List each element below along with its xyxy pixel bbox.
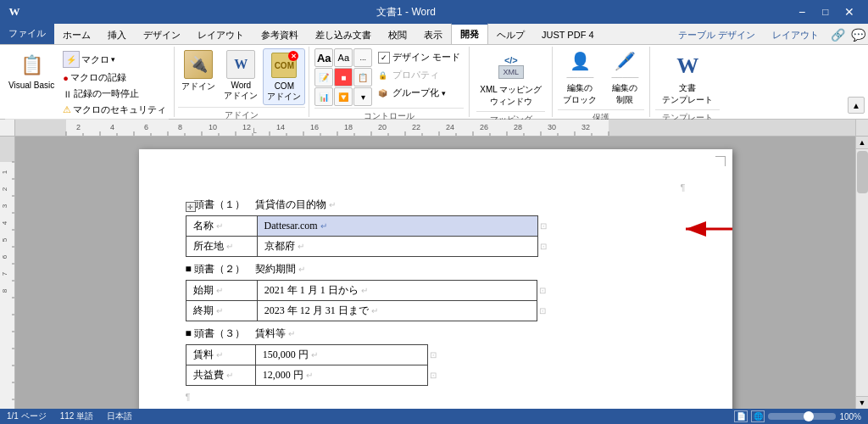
control-more-button[interactable]: ... [353, 48, 372, 67]
close-btn[interactable]: ✕ [837, 0, 861, 24]
svg-text:7: 7 [1, 271, 8, 276]
xml-mapping-label: XML マッピングウィンドウ [480, 84, 542, 108]
visual-basic-button[interactable]: 📋 Visual Basic [5, 48, 58, 92]
svg-rect-54 [0, 137, 15, 162]
ribbon-group-template: W 文書テンプレート テンプレート [650, 47, 725, 117]
app-icon: W [7, 4, 22, 20]
svg-rect-2 [609, 120, 855, 137]
bottom-para-mark: ¶ [186, 391, 686, 403]
tab-mailings[interactable]: 差し込み文書 [307, 25, 380, 44]
addin-button[interactable]: 🔌 アドイン [178, 48, 219, 94]
edit-block-label: 編集のブロック [563, 82, 597, 106]
svg-rect-1 [15, 120, 66, 137]
label-cell-3: 始期 ↵ [186, 281, 257, 301]
print-layout-btn[interactable]: 📄 [734, 410, 748, 422]
minimize-btn[interactable]: − [790, 0, 814, 24]
ribbon-group-addin: 🔌 アドイン W Wordアドイン COM ✕ COMアドイン アドイン [175, 47, 309, 117]
title-text: 文書1 - Word [376, 5, 436, 20]
tab-tabledesign[interactable]: テーブル デザイン [670, 25, 764, 44]
restore-btn[interactable]: □ [814, 0, 837, 24]
com-addin-button[interactable]: COM ✕ COMアドイン [263, 48, 305, 105]
xml-mapping-button[interactable]: </> XML XML マッピングウィンドウ [476, 48, 545, 109]
tab-developer[interactable]: 開発 [451, 23, 488, 44]
tab-insert[interactable]: 挿入 [99, 25, 135, 44]
document-scroll-area[interactable]: ¶ ✛ ■ 頭書（１） 賃貸借の目的物 ↵ 名称 ↵ [15, 137, 855, 409]
doc-template-icon: W [672, 50, 703, 82]
scroll-up-btn[interactable]: ▲ [856, 137, 869, 149]
svg-text:8: 8 [1, 288, 8, 293]
table-row[interactable]: 名称 ↵ Dattesar.com ↵ ⊡ [186, 216, 549, 237]
tab-design[interactable]: デザイン [135, 25, 189, 44]
control-btn5[interactable]: ■ [334, 68, 353, 86]
section3-header: ■ 頭書（３） 賃料等 ↵ [186, 326, 686, 341]
control-btn4[interactable]: 📝 [314, 68, 333, 86]
value-cell-6[interactable]: 12,000 円 ↵ [255, 365, 427, 386]
ribbon-group-code: 📋 Visual Basic ⚡ マクロ ▾ ● マクロの記録 ⏸ 記録の一時停… [0, 47, 175, 117]
top-para-mark: ¶ [186, 179, 686, 196]
svg-text:└: └ [251, 127, 257, 137]
table-row[interactable]: 所在地 ↵ 京都府 ↵ ⊡ [186, 237, 549, 257]
control-dropdown-btn[interactable]: ▾ [353, 87, 372, 106]
label-cell-2: 所在地 ↵ [186, 237, 257, 257]
red-arrow-annotation [677, 219, 737, 239]
tab-file[interactable]: ファイル [0, 23, 54, 44]
section1-table: 名称 ↵ Dattesar.com ↵ ⊡ 所在地 ↵ [186, 215, 550, 257]
comment-btn[interactable]: 💬 [848, 25, 868, 44]
macro-button[interactable]: ⚡ マクロ ▾ [60, 50, 169, 69]
tab-references[interactable]: 参考資料 [253, 25, 307, 44]
tab-home[interactable]: ホーム [54, 25, 99, 44]
macro-security-button[interactable]: ⚠ マクロのセキュリティ [60, 103, 169, 117]
visual-basic-icon: 📋 [16, 50, 47, 81]
control-Aa-button[interactable]: Aa [314, 48, 333, 67]
tab-view[interactable]: 表示 [415, 25, 451, 44]
group-button[interactable]: 📦 グループ化 ▾ [375, 85, 464, 101]
share-btn[interactable]: 🔗 [827, 25, 848, 44]
collapse-ribbon-btn[interactable]: ▲ [848, 97, 865, 114]
addin-label: アドイン [181, 81, 215, 92]
edit-block-button[interactable]: 👤 ───── 編集のブロック [558, 48, 602, 108]
control-btn6[interactable]: 📋 [353, 68, 372, 86]
tab-justpdf[interactable]: JUST PDF 4 [533, 25, 603, 44]
design-mode-button[interactable]: ✓ デザイン モード [375, 49, 464, 65]
scroll-thumb[interactable] [857, 151, 868, 193]
properties-button[interactable]: 🔒 プロパティ [375, 67, 464, 83]
zoom-slider[interactable] [768, 413, 836, 420]
tab-help[interactable]: ヘルプ [488, 25, 533, 44]
group-icon: 📦 [378, 87, 390, 99]
value-cell-2[interactable]: 京都府 ↵ [257, 237, 537, 257]
svg-text:12: 12 [242, 123, 251, 131]
table-row[interactable]: 賃料 ↵ 150,000 円 ↵ ⊡ [186, 345, 439, 365]
svg-text:26: 26 [480, 123, 488, 131]
table-row[interactable]: 始期 ↵ 2021 年 1 月 1 日から ↵ ⊡ [186, 281, 549, 301]
properties-icon: 🔒 [378, 70, 390, 81]
table-row[interactable]: 終期 ↵ 2023 年 12 月 31 日まで ↵ ⊡ [186, 301, 549, 321]
control-btn8[interactable]: 🔽 [334, 87, 353, 106]
value-cell-4[interactable]: 2023 年 12 月 31 日まで ↵ [257, 301, 537, 321]
edit-restrict-icon: 🖊️ ───── [610, 50, 639, 82]
doc-template-label: 文書テンプレート [662, 82, 713, 106]
table-move-handle[interactable]: ✛ [186, 202, 196, 212]
web-view-btn[interactable]: 🌐 [751, 410, 765, 422]
tab-layout[interactable]: レイアウト [189, 25, 253, 44]
scroll-down-btn[interactable]: ▼ [856, 396, 869, 409]
edit-restrict-button[interactable]: 🖊️ ───── 編集の制限 [605, 48, 644, 108]
record-macro-button[interactable]: ● マクロの記録 [60, 70, 169, 85]
doc-template-button[interactable]: W 文書テンプレート [655, 48, 720, 108]
value-cell-5[interactable]: 150,000 円 ↵ [255, 345, 427, 365]
control-aa-button[interactable]: Aa [334, 48, 353, 67]
vertical-scrollbar[interactable]: ▲ ▼ [855, 137, 868, 409]
collapse-icon: ▲ [852, 101, 860, 110]
control-btn7[interactable]: 📊 [314, 87, 333, 106]
table-row[interactable]: 共益費 ↵ 12,000 円 ↵ ⊡ [186, 365, 439, 386]
value-cell-1[interactable]: Dattesar.com ↵ [257, 216, 537, 237]
value-cell-3[interactable]: 2021 年 1 月 1 日から ↵ [257, 281, 537, 301]
word-addin-button[interactable]: W Wordアドイン [220, 48, 261, 103]
section1-header: ■ 頭書（１） 賃貸借の目的物 ↵ [186, 198, 686, 212]
com-addin-label: COMアドイン [267, 81, 301, 103]
section2-header: ■ 頭書（２） 契約期間 ↵ [186, 262, 686, 276]
security-icon: ⚠ [63, 104, 71, 115]
tab-review[interactable]: 校閲 [380, 25, 415, 44]
tab-tablelayout[interactable]: レイアウト [764, 25, 827, 44]
svg-text:1: 1 [1, 170, 8, 174]
pause-record-button[interactable]: ⏸ 記録の一時停止 [60, 86, 169, 101]
